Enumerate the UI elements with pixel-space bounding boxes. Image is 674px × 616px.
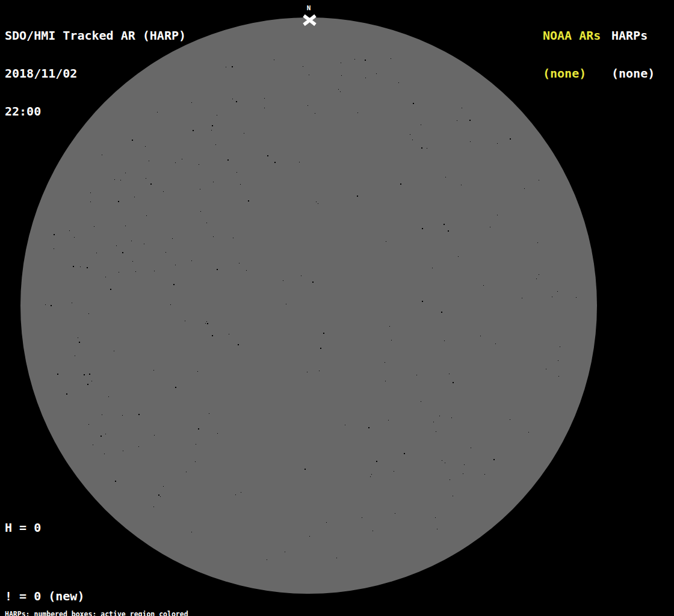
legend-line-h-count: H = 0 — [5, 522, 143, 534]
harps-value: (none) — [611, 67, 655, 80]
noaa-ars-label: NOAA ARs — [543, 29, 601, 42]
north-pole-cross-icon — [304, 16, 315, 25]
footnote: HARPs: numbered boxes; active region col… — [5, 596, 247, 616]
app-title: SDO/HMI Tracked AR (HARP) — [5, 29, 186, 42]
north-label: N — [304, 5, 314, 12]
noaa-ars-counter: NOAA ARs (none) — [543, 4, 601, 105]
observation-date: 2018/11/02 — [5, 67, 186, 80]
legend-line-blank — [5, 556, 143, 568]
observation-time: 22:00 — [5, 105, 186, 118]
title-block: SDO/HMI Tracked AR (HARP) 2018/11/02 22:… — [5, 4, 186, 143]
footnote-harps: HARPs: numbered boxes; active region col… — [5, 611, 247, 616]
harp-tracking-image: N SDO/HMI Tracked AR (HARP) 2018/11/02 2… — [0, 0, 674, 616]
noaa-ars-value: (none) — [543, 67, 601, 80]
harps-counter: HARPs (none) — [611, 4, 655, 105]
harps-label: HARPs — [611, 29, 655, 42]
